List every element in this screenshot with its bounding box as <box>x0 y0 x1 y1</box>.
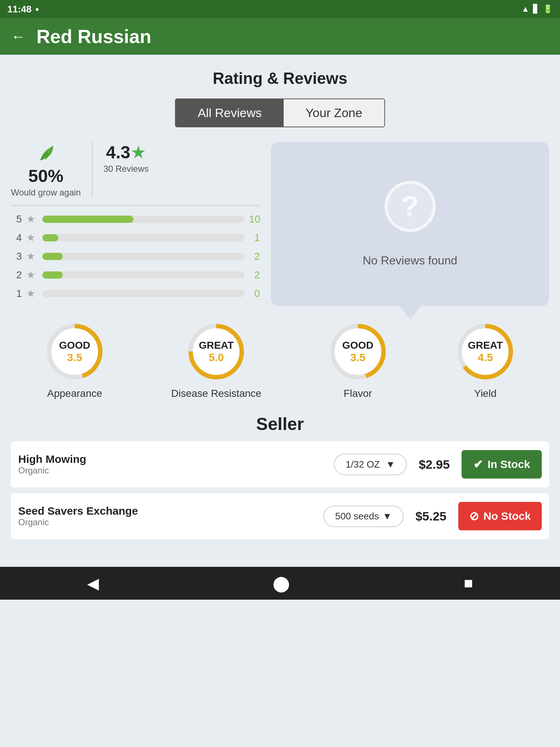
grow-again-box: 50% Would grow again <box>11 142 93 198</box>
dropdown-arrow-high-mowing: ▼ <box>386 459 395 470</box>
dropdown-arrow-seed-savers: ▼ <box>382 511 392 522</box>
bar-fill <box>42 216 133 223</box>
nav-recent-icon[interactable]: ■ <box>464 574 473 592</box>
nav-back-icon[interactable]: ◀ <box>87 574 99 592</box>
status-bar: 11:48 ● ▲ ▋ 🔋 <box>0 0 560 18</box>
stock-icon-seed-savers: ⊘ <box>469 509 479 523</box>
question-circle: ? <box>385 181 436 232</box>
circle-grade-flavor: GOOD <box>342 340 374 351</box>
leaf-icon <box>35 142 57 164</box>
circle-container-yield: GREAT 4.5 <box>454 321 516 383</box>
circle-score-appearance: 3.5 <box>67 351 82 364</box>
attribute-disease-resistance: GREAT 5.0 Disease Resistance <box>171 321 261 399</box>
bar-count: 2 <box>249 269 260 281</box>
bar-bg <box>42 253 245 260</box>
star-icon-sm: ★ <box>26 287 38 299</box>
star-bar-row: 1 ★ 0 <box>11 287 260 299</box>
status-bar-right: ▲ ▋ 🔋 <box>521 4 553 14</box>
question-icon: ? <box>401 190 419 223</box>
top-bar: ← Red Russian <box>0 18 560 55</box>
stock-btn-high-mowing[interactable]: ✔ In Stock <box>462 450 542 479</box>
circle-score-yield: 4.5 <box>478 351 493 364</box>
bar-count: 10 <box>249 213 260 225</box>
bar-fill <box>42 271 63 279</box>
circle-score-disease-resistance: 5.0 <box>209 351 224 364</box>
bar-bg <box>42 290 245 297</box>
tab-all-reviews[interactable]: All Reviews <box>176 99 284 127</box>
wifi-icon: ▲ <box>521 4 529 14</box>
stock-btn-seed-savers[interactable]: ⊘ No Stock <box>458 502 542 530</box>
stock-icon-high-mowing: ✔ <box>473 457 483 471</box>
circle-inner-appearance: GOOD 3.5 <box>44 321 106 383</box>
rating-reviews-heading: Rating & Reviews <box>11 69 549 88</box>
attribute-label-appearance: Appearance <box>47 388 102 399</box>
star-num: 4 <box>11 232 22 244</box>
seller-info-high-mowing: High Mowing Organic <box>18 453 327 476</box>
attribute-label-yield: Yield <box>474 388 497 399</box>
stock-label-seed-savers: No Stock <box>483 510 531 522</box>
bar-bg <box>42 234 245 241</box>
bar-count: 0 <box>249 288 260 299</box>
star-bar-row: 5 ★ 10 <box>11 213 260 225</box>
seller-price-high-mowing: $2.95 <box>414 457 454 472</box>
star-icon-sm: ★ <box>26 213 38 225</box>
star-bar-row: 4 ★ 1 <box>11 232 260 244</box>
bar-bg <box>42 271 245 279</box>
tabs-container: All Reviews Your Zone <box>11 98 549 127</box>
signal-icon: ▋ <box>533 4 539 14</box>
seller-qty-seed-savers[interactable]: 500 seeds ▼ <box>323 506 404 527</box>
seller-qty-high-mowing[interactable]: 1/32 OZ ▼ <box>334 454 407 475</box>
attribute-label-flavor: Flavor <box>344 388 372 399</box>
circle-container-disease-resistance: GREAT 5.0 <box>185 321 247 383</box>
star-icon-large: ★ <box>131 142 146 162</box>
star-num: 5 <box>11 213 22 225</box>
circle-inner-yield: GREAT 4.5 <box>454 321 516 383</box>
star-rating-score: 4.3 <box>106 142 131 162</box>
bar-bg <box>42 216 245 223</box>
nav-home-icon[interactable]: ⬤ <box>273 574 290 592</box>
rating-section: 50% Would grow again 4.3 ★ 30 Reviews 5 … <box>11 142 549 306</box>
star-bars: 5 ★ 10 4 ★ 1 3 ★ 2 2 ★ 2 <box>11 213 260 299</box>
star-bar-row: 3 ★ 2 <box>11 250 260 262</box>
circle-grade-disease-resistance: GREAT <box>199 340 234 351</box>
circle-grade-yield: GREAT <box>468 340 503 351</box>
page-title: Red Russian <box>36 26 151 47</box>
bar-fill <box>42 253 63 260</box>
star-icon-sm: ★ <box>26 232 38 244</box>
seller-row-seed-savers: Seed Savers Exchange Organic 500 seeds ▼… <box>11 493 549 539</box>
rating-left: 50% Would grow again 4.3 ★ 30 Reviews 5 … <box>11 142 260 306</box>
circle-container-flavor: GOOD 3.5 <box>327 321 389 383</box>
status-bar-left: 11:48 ● <box>7 4 39 15</box>
qty-label-high-mowing: 1/32 OZ <box>346 459 380 470</box>
seller-price-seed-savers: $5.25 <box>411 509 451 523</box>
battery-icon: 🔋 <box>543 4 553 14</box>
star-bar-row: 2 ★ 2 <box>11 269 260 281</box>
tab-group: All Reviews Your Zone <box>175 98 385 127</box>
back-button[interactable]: ← <box>11 28 26 45</box>
grow-again-label: Would grow again <box>11 187 81 198</box>
tab-your-zone[interactable]: Your Zone <box>284 99 384 127</box>
seller-row-high-mowing: High Mowing Organic 1/32 OZ ▼ $2.95 ✔ In… <box>11 441 549 487</box>
no-reviews-text: No Reviews found <box>363 254 458 267</box>
seller-info-seed-savers: Seed Savers Exchange Organic <box>18 505 316 527</box>
stock-label-high-mowing: In Stock <box>487 458 530 471</box>
star-num: 2 <box>11 269 22 281</box>
circle-container-appearance: GOOD 3.5 <box>44 321 106 383</box>
star-num: 3 <box>11 251 22 262</box>
qty-label-seed-savers: 500 seeds <box>335 511 379 522</box>
attribute-label-disease-resistance: Disease Resistance <box>171 388 261 399</box>
main-content: Rating & Reviews All Reviews Your Zone 5… <box>0 55 560 552</box>
rating-summary: 50% Would grow again 4.3 ★ 30 Reviews <box>11 142 260 206</box>
circle-grade-appearance: GOOD <box>59 340 90 351</box>
grow-again-pct: 50% <box>28 166 63 186</box>
bottom-nav: ◀ ⬤ ■ <box>0 567 560 600</box>
attribute-flavor: GOOD 3.5 Flavor <box>327 321 389 399</box>
star-num-row: 4.3 ★ <box>106 142 146 162</box>
review-count: 30 Reviews <box>104 164 149 174</box>
sellers-container: High Mowing Organic 1/32 OZ ▼ $2.95 ✔ In… <box>11 441 549 539</box>
status-dot-icon: ● <box>35 5 39 13</box>
attribute-appearance: GOOD 3.5 Appearance <box>44 321 106 399</box>
star-num: 1 <box>11 288 22 299</box>
bar-count: 1 <box>249 232 260 244</box>
status-time: 11:48 <box>7 4 32 15</box>
